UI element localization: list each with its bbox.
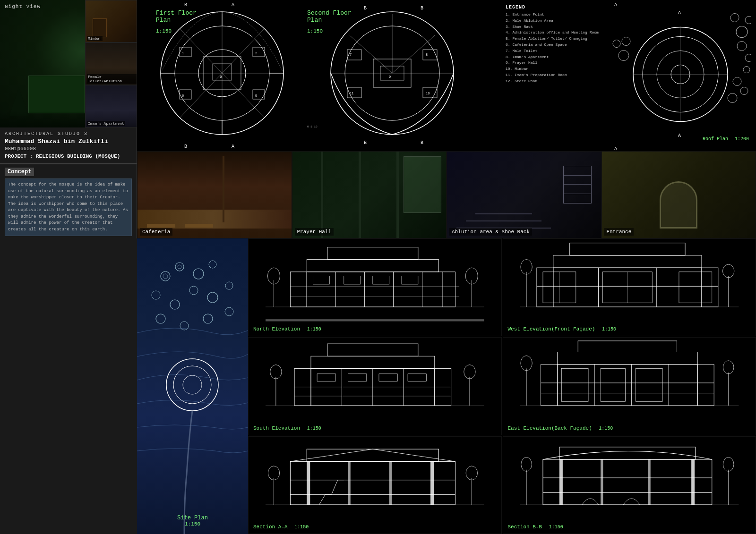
cafeteria-photo: Cafeteria	[137, 151, 292, 238]
prayer-hall-label: Prayer Hall	[295, 228, 334, 236]
toilet-label: Female Toilet/Ablution	[87, 74, 137, 84]
svg-rect-162	[601, 369, 625, 402]
svg-text:8: 8	[426, 53, 428, 57]
svg-point-88	[180, 322, 189, 330]
svg-text:1: 1	[182, 51, 184, 55]
svg-rect-153	[541, 364, 713, 406]
svg-rect-117	[553, 255, 701, 268]
west-elevation-label: West Elevation(Front Façade) 1:150	[508, 326, 616, 332]
concept-section: Concept The concept for the mosque is th…	[0, 164, 137, 239]
legend-items: 1. Entrance Point2. Male Ablution Area3.…	[506, 12, 600, 85]
svg-rect-97	[307, 260, 438, 272]
svg-rect-161	[561, 369, 588, 402]
svg-text:0  5  10: 0 5 10	[307, 125, 318, 128]
svg-point-83	[170, 300, 180, 309]
svg-text:11: 11	[350, 92, 353, 95]
svg-text:A: A	[678, 10, 681, 16]
svg-point-71	[619, 51, 629, 61]
entrance-photo: Entrance	[601, 151, 756, 238]
svg-point-91	[166, 359, 218, 411]
svg-rect-195	[601, 459, 603, 505]
svg-point-79	[178, 265, 181, 269]
east-elevation-label: East Elevation(Back Façade) 1:150	[508, 425, 613, 431]
night-view-section: Mimbar Female Toilet/Ablution Imam's Apa…	[0, 0, 137, 127]
svg-text:7: 7	[350, 53, 352, 57]
legend-item-1: 1. Entrance Point	[506, 12, 600, 18]
svg-rect-142	[317, 374, 335, 381]
svg-rect-155	[578, 341, 677, 352]
ablution-label: Ablution area & Shoe Rack	[449, 228, 532, 236]
svg-point-65	[737, 42, 747, 51]
svg-point-69	[740, 87, 748, 95]
svg-text:A: A	[678, 133, 681, 138]
small-photos-strip: Mimbar Female Toilet/Ablution Imam's Apa…	[85, 0, 137, 127]
floor-plans-area: A A B B First FloorPlan 1:150	[137, 0, 501, 151]
svg-point-169	[723, 361, 734, 374]
site-map-area: Site Plan 1:150	[137, 238, 248, 534]
svg-point-149	[270, 365, 282, 379]
cafeteria-label: Cafeteria	[140, 228, 172, 236]
svg-rect-190	[543, 459, 712, 505]
svg-rect-28	[180, 47, 191, 57]
photo-strip: Cafeteria Prayer Hall Ablution area & Sh…	[137, 151, 756, 238]
svg-rect-191	[559, 447, 695, 459]
svg-point-67	[743, 67, 750, 73]
svg-point-80	[193, 269, 204, 279]
svg-point-66	[745, 54, 751, 62]
svg-rect-98	[327, 247, 418, 259]
svg-text:6: 6	[182, 94, 184, 98]
svg-point-199	[521, 457, 532, 471]
svg-line-40	[392, 35, 435, 73]
svg-rect-163	[636, 369, 662, 402]
svg-point-68	[733, 77, 741, 86]
svg-rect-136	[327, 344, 418, 356]
east-elevation: East Elevation(Back Façade) 1:150	[503, 337, 756, 435]
student-info-section: ARCHITECTURAL STUDIO 3 Muhammad Shazwi b…	[0, 127, 137, 164]
legend-item-5: 5. Female Ablution/ Toilet/ Changing	[506, 36, 600, 42]
svg-line-42	[350, 35, 392, 73]
svg-point-93	[183, 375, 202, 394]
roof-plan-label: Roof Plan 1:200	[703, 136, 749, 142]
svg-text:5: 5	[255, 94, 257, 98]
entrance-label: Entrance	[604, 228, 634, 236]
svg-rect-135	[311, 356, 435, 369]
project-title: PROJECT : RELIGIOUS BUILDING (MOSQUE)	[5, 153, 132, 160]
legend-title: LEGEND	[506, 5, 600, 10]
svg-line-183	[290, 449, 373, 461]
svg-rect-145	[408, 374, 426, 381]
first-floor-plan: First FloorPlan 1:150	[151, 5, 312, 146]
svg-line-21	[180, 28, 222, 73]
svg-rect-29	[253, 47, 265, 57]
concept-text: The concept for the mosque is the idea o…	[5, 178, 132, 236]
svg-text:9: 9	[389, 75, 391, 79]
left-panel-bottom	[0, 238, 137, 534]
legend-item-3: 3. Shoe Rack	[506, 24, 600, 30]
legend-roof-area: LEGEND 1. Entrance Point2. Male Ablution…	[501, 0, 756, 151]
prayer-hall-photo: Prayer Hall	[292, 151, 447, 238]
svg-rect-30	[180, 90, 191, 99]
svg-rect-106	[344, 276, 361, 284]
legend-item-9: 9. Prayer Hall	[506, 60, 600, 66]
svg-rect-175	[307, 461, 310, 505]
section-aa: Section A-A 1:150	[248, 436, 502, 534]
ablution-photo: Ablution area & Shoe Rack	[447, 151, 601, 238]
svg-point-86	[225, 282, 233, 289]
svg-text:10: 10	[426, 92, 430, 95]
legend-item-6: 6. Cafeteria and Open Space	[506, 42, 600, 48]
svg-rect-123	[679, 272, 712, 303]
svg-point-72	[613, 40, 620, 48]
svg-point-132	[722, 264, 734, 278]
svg-rect-94	[266, 319, 484, 321]
svg-point-188	[466, 466, 477, 480]
svg-line-25	[222, 73, 265, 118]
svg-point-73	[622, 37, 630, 46]
svg-point-76	[161, 271, 170, 281]
legend-item-8: 8. Imam's Apartment	[506, 54, 600, 60]
legend-item-11: 11. Imam's Preparation Room	[506, 72, 600, 78]
svg-point-62	[736, 26, 747, 38]
section-bb: Section B-B 1:150	[503, 436, 756, 534]
roof-plan-area: A A Roof Plan 1:200	[610, 5, 751, 144]
svg-text:9: 9	[220, 75, 222, 79]
svg-rect-178	[430, 461, 434, 505]
svg-point-87	[156, 314, 165, 323]
